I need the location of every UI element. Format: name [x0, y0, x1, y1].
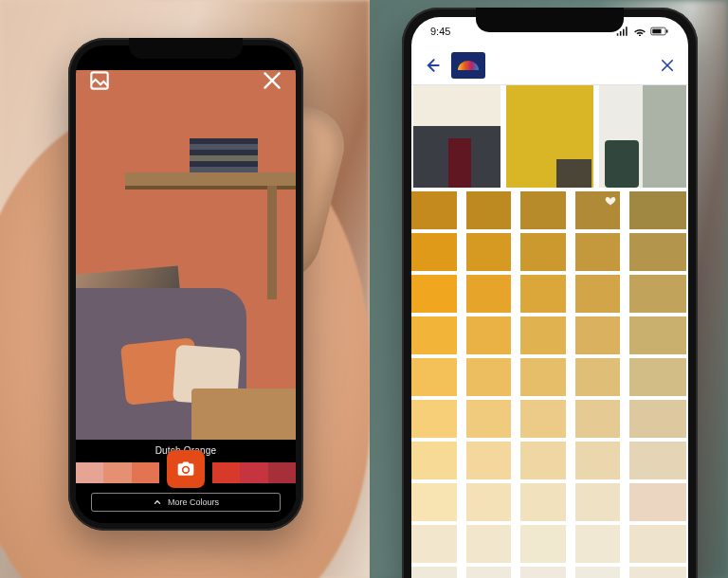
palette-chip[interactable] [411, 358, 457, 396]
palette-chip[interactable] [520, 483, 566, 521]
palette-chip[interactable] [411, 233, 457, 271]
close-icon[interactable] [260, 68, 284, 93]
camera-live-view [76, 70, 296, 440]
decor-coffee-table [191, 388, 296, 440]
palette-chip[interactable] [575, 442, 621, 479]
colour-palette-grid [411, 191, 688, 578]
palette-chip[interactable] [575, 525, 621, 563]
brand-logo [451, 52, 485, 79]
phone-device-left: Dutch Orange More Colou [68, 38, 303, 531]
status-icons [616, 27, 669, 36]
more-colours-label: More Colours [168, 497, 219, 507]
palette-chip[interactable] [575, 483, 621, 521]
chevron-up-icon [153, 497, 162, 507]
capture-button[interactable] [167, 450, 205, 488]
colour-swatch-strip [76, 459, 296, 487]
palette-chip[interactable] [520, 233, 566, 271]
palette-chip[interactable] [520, 442, 566, 479]
room-preview-thumbnail[interactable] [413, 85, 500, 188]
palette-chip[interactable] [520, 275, 566, 313]
palette-column [411, 191, 457, 578]
decor-table-leg [267, 186, 277, 299]
svg-rect-2 [652, 29, 661, 34]
palette-chip[interactable] [466, 567, 512, 578]
status-time: 9:45 [430, 26, 450, 37]
colour-swatch[interactable] [212, 462, 240, 483]
room-preview-strip [411, 85, 688, 188]
phone-device-right: 9:45 [402, 8, 698, 578]
battery-icon [650, 27, 669, 36]
room-preview-thumbnail[interactable] [599, 85, 686, 188]
palette-chip[interactable] [466, 442, 512, 479]
palette-chip[interactable] [520, 525, 566, 563]
decor-table-top [125, 172, 296, 186]
palette-chip[interactable] [629, 442, 686, 479]
gallery-icon[interactable] [87, 68, 112, 93]
capture-button-slot [159, 459, 212, 487]
palette-chip[interactable] [466, 525, 512, 563]
close-icon[interactable] [656, 54, 679, 77]
camera-bottom-bar: Dutch Orange More Colou [76, 442, 296, 523]
palette-chip[interactable] [629, 233, 686, 271]
promo-panel-right: 9:45 [370, 0, 728, 578]
palette-chip[interactable] [629, 191, 686, 229]
palette-chip[interactable] [629, 567, 686, 578]
palette-chip[interactable] [466, 233, 512, 271]
palette-column [629, 191, 686, 578]
room-preview-thumbnail[interactable] [506, 85, 593, 188]
palette-chip[interactable] [575, 567, 621, 578]
back-button[interactable] [421, 54, 444, 77]
palette-chip[interactable] [520, 400, 566, 438]
palette-chip[interactable] [466, 400, 512, 438]
palette-chip[interactable] [466, 316, 512, 354]
palette-chip[interactable] [629, 525, 686, 563]
palette-chip[interactable] [520, 316, 566, 354]
wifi-icon [633, 27, 646, 36]
brand-swoosh-icon [458, 61, 479, 70]
palette-chip[interactable] [629, 400, 686, 438]
palette-chip[interactable] [411, 442, 457, 479]
svg-rect-3 [666, 29, 668, 32]
phone-notch [129, 38, 243, 59]
palette-chip[interactable] [411, 567, 457, 578]
palette-column [520, 191, 566, 578]
status-bar: 9:45 [411, 21, 688, 42]
decor-books [190, 138, 258, 172]
palette-chip[interactable] [411, 275, 457, 313]
palette-chip[interactable] [575, 233, 621, 271]
palette-chip[interactable] [466, 358, 512, 396]
colour-swatch[interactable] [268, 462, 296, 483]
palette-chip[interactable] [520, 567, 566, 578]
arrow-left-icon [423, 56, 442, 75]
palette-chip[interactable] [520, 358, 566, 396]
palette-chip[interactable] [411, 316, 457, 354]
palette-chip[interactable] [629, 483, 686, 521]
phone-screen-right: 9:45 [411, 17, 688, 578]
palette-chip[interactable] [629, 316, 686, 354]
palette-chip[interactable] [575, 400, 621, 438]
palette-chip[interactable] [411, 400, 457, 438]
palette-chip[interactable] [575, 358, 621, 396]
palette-chip[interactable] [411, 483, 457, 521]
palette-chip[interactable] [466, 275, 512, 313]
palette-chip[interactable] [629, 275, 686, 313]
colour-swatch[interactable] [103, 462, 131, 483]
palette-chip[interactable] [411, 525, 457, 563]
camera-icon [176, 460, 195, 479]
colour-swatch[interactable] [132, 462, 159, 483]
palette-column [575, 191, 621, 578]
favourite-heart-icon [605, 195, 616, 207]
palette-chip[interactable] [466, 483, 512, 521]
colour-swatch[interactable] [76, 462, 103, 483]
phone-screen-left: Dutch Orange More Colou [76, 45, 296, 523]
palette-chip[interactable] [575, 316, 621, 354]
colour-swatch[interactable] [240, 462, 267, 483]
palette-chip[interactable] [411, 191, 457, 229]
palette-chip[interactable] [575, 191, 621, 229]
signal-icon [616, 27, 629, 36]
more-colours-button[interactable]: More Colours [91, 493, 281, 512]
palette-chip[interactable] [520, 191, 566, 229]
palette-chip[interactable] [629, 358, 686, 396]
palette-chip[interactable] [575, 275, 621, 313]
palette-chip[interactable] [466, 191, 512, 229]
